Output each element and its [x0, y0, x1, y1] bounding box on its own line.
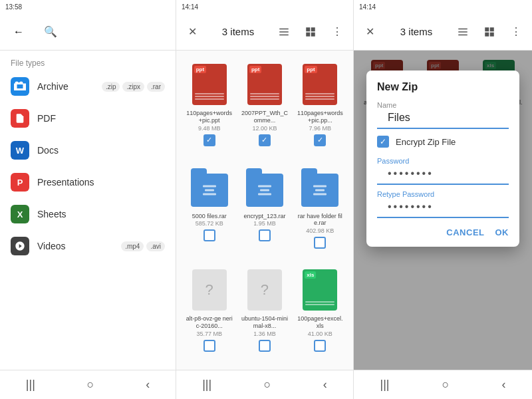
dialog-overlay: New Zip Name Files ✓ Encrypt Zip File Pa…: [354, 51, 532, 370]
nav-back-3[interactable]: ‹: [496, 372, 511, 397]
panel-file-types: 13:58 ← 🔍 File types Archive .zip .zipx …: [0, 0, 176, 399]
zip-name-input[interactable]: Files: [377, 110, 509, 129]
file-size: 12.00 KB: [252, 125, 277, 132]
pdf-label: PDF: [37, 113, 165, 124]
list-item[interactable]: encrypt_123.rar 1.95 MB: [237, 159, 292, 262]
view-list-btn[interactable]: [273, 21, 295, 43]
sidebar-item-videos[interactable]: Videos .mp4 .avi: [0, 230, 176, 262]
file-thumb: [300, 164, 340, 211]
file-checkbox[interactable]: [259, 134, 271, 146]
sidebar-item-sheets[interactable]: X Sheets: [0, 198, 176, 230]
retype-label: Retype Password: [366, 185, 519, 200]
close-button-3[interactable]: ✕: [359, 21, 380, 43]
list-item[interactable]: ppt 2007PPT_Wth_Comme... 12.00 KB: [237, 56, 292, 159]
panel3-content: ppt alt-p8-ovz-ge neric-20160... 35.77 M…: [354, 51, 532, 370]
file-name: 100pages+excel.xls: [296, 315, 344, 330]
password-input[interactable]: ••••••••: [377, 166, 509, 185]
panel3-title: 3 items: [386, 26, 447, 37]
pdf-icon: [11, 109, 29, 128]
list-item[interactable]: ? alt-p8-ovz-ge neric-20160... 35.77 MB: [182, 261, 237, 364]
file-checkbox[interactable]: [203, 134, 215, 146]
file-size: 402.98 KB: [306, 227, 334, 234]
file-name: 110pages+words+pic.pp...: [296, 110, 344, 124]
file-checkbox[interactable]: [203, 229, 215, 241]
search-button[interactable]: 🔍: [40, 21, 61, 43]
close-icon-3: ✕: [366, 25, 374, 38]
videos-label: Videos: [37, 241, 113, 251]
retype-input[interactable]: ••••••••: [377, 200, 509, 218]
more-icon-3: ⋮: [511, 25, 521, 38]
view-grid-btn[interactable]: [300, 21, 321, 43]
list-item[interactable]: 5000 files.rar 585.72 KB: [182, 159, 237, 262]
file-thumb: [190, 164, 229, 211]
sidebar-item-docs[interactable]: W Docs: [0, 134, 176, 166]
back-button[interactable]: ←: [8, 21, 29, 43]
sidebar-item-pdf[interactable]: PDF: [0, 102, 176, 134]
file-size: 35.77 MB: [196, 331, 222, 337]
list-item[interactable]: ? ubuntu-1504-minimal-x8... 1.36 MB: [237, 261, 292, 364]
ok-button[interactable]: OK: [495, 227, 509, 237]
list-item[interactable]: xls 100pages+excel.xls 41.00 KB: [293, 261, 348, 364]
cancel-button[interactable]: CANCEL: [446, 227, 484, 237]
nav-home-1[interactable]: ○: [82, 372, 100, 397]
nav-menu-3[interactable]: |||: [375, 372, 395, 397]
file-name: 110pages+words+pic.ppt: [186, 110, 233, 124]
nav-home-2[interactable]: ○: [259, 372, 277, 397]
status-bar-1: 13:58: [0, 0, 176, 13]
nav-bar-2: ||| ○ ‹: [176, 370, 353, 399]
encrypt-label: Encrypt Zip File: [396, 137, 456, 147]
tag-zipx: .zipx: [122, 82, 144, 92]
sidebar-item-archive[interactable]: Archive .zip .zipx .rar: [0, 70, 176, 102]
file-checkbox[interactable]: [259, 229, 271, 241]
videos-icon: [11, 237, 29, 255]
sidebar-item-presentations[interactable]: P Presentations: [0, 166, 176, 198]
file-checkbox[interactable]: [314, 237, 326, 249]
archive-icon: [11, 77, 29, 96]
nav-bar-3: ||| ○ ‹: [354, 370, 532, 399]
nav-menu-2[interactable]: |||: [197, 372, 217, 397]
sheets-icon: X: [11, 205, 29, 223]
list-item[interactable]: ppt 110pages+words+pic.ppt 9.48 MB: [182, 56, 237, 159]
sheets-label: Sheets: [37, 209, 165, 219]
file-thumb: [245, 164, 285, 211]
file-thumb: xls: [300, 267, 340, 313]
file-name: encrypt_123.rar: [243, 213, 285, 220]
tag-rar: .rar: [147, 82, 165, 92]
panel-dialog: 14:14 ✕ 3 items ⋮ ppt alt-p8-ovz-ge neri…: [354, 0, 532, 399]
file-name: alt-p8-ovz-ge neric-20160...: [186, 315, 233, 330]
nav-menu-1[interactable]: |||: [21, 372, 41, 397]
file-thumb: ppt: [300, 61, 340, 108]
file-thumb: ?: [245, 267, 285, 313]
nav-back-2[interactable]: ‹: [318, 372, 332, 397]
presentations-icon: P: [11, 173, 29, 192]
videos-tags: .mp4 .avi: [121, 241, 165, 251]
nav-back-1[interactable]: ‹: [140, 372, 155, 397]
file-name: 5000 files.rar: [192, 213, 227, 220]
file-checkbox[interactable]: [259, 340, 271, 352]
docs-label: Docs: [37, 145, 165, 156]
nav-home-3[interactable]: ○: [437, 372, 455, 397]
status-bar-2: 14:14: [176, 0, 353, 13]
file-checkbox[interactable]: [314, 134, 326, 146]
presentations-label: Presentations: [37, 177, 165, 188]
file-thumb: ppt: [245, 61, 285, 108]
panel1-header: ← 🔍: [0, 13, 176, 51]
archive-tags: .zip .zipx .rar: [102, 82, 165, 92]
more-options-btn-2[interactable]: ⋮: [327, 21, 348, 43]
close-button-2[interactable]: ✕: [182, 21, 203, 43]
view-btn-3b[interactable]: [479, 21, 500, 43]
list-item[interactable]: rar have folder file.rar 402.98 KB: [293, 159, 348, 262]
list-item[interactable]: ppt 110pages+words+pic.pp... 7.96 MB: [293, 56, 348, 159]
file-name: rar have folder file.rar: [296, 213, 344, 227]
file-checkbox[interactable]: [314, 340, 326, 352]
file-name: 2007PPT_Wth_Comme...: [241, 110, 289, 124]
status-time-3: 14:14: [359, 3, 376, 11]
more-options-btn-3[interactable]: ⋮: [505, 21, 527, 43]
new-zip-dialog: New Zip Name Files ✓ Encrypt Zip File Pa…: [366, 70, 519, 247]
file-size: 1.36 MB: [253, 331, 276, 337]
view-btn-3a[interactable]: [452, 21, 473, 43]
status-bar-3: 14:14: [354, 0, 532, 13]
file-checkbox[interactable]: [203, 340, 215, 352]
tag-avi: .avi: [146, 241, 165, 251]
encrypt-checkbox[interactable]: ✓: [377, 136, 389, 148]
